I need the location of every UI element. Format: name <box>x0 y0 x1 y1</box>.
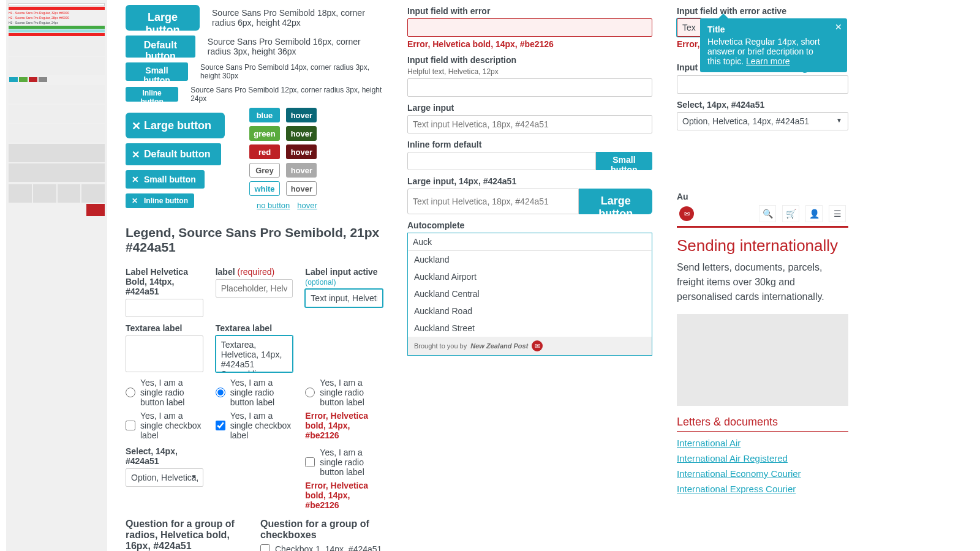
textarea-active[interactable]: Textarea, Helvetica, 14px, #424a51 Secon… <box>216 335 293 372</box>
large-submit-button[interactable]: Large button <box>579 189 652 214</box>
radio-group-question: Question for a group of radios, Helvetic… <box>126 519 248 551</box>
hover-link[interactable]: hover <box>297 201 317 210</box>
search-icon[interactable]: 🔍 <box>759 205 776 222</box>
brand-logo-icon[interactable]: ✉ <box>679 206 694 221</box>
tooltip-title-r: Title <box>707 24 829 34</box>
color-swatches: bluehover greenhover redhover Greyhover … <box>249 108 317 196</box>
hero-title: Sending internationally <box>677 236 848 255</box>
cart-icon[interactable]: 🛒 <box>782 205 799 222</box>
right-forms-column: Input field with error Error, Helvetica … <box>407 0 652 551</box>
error-input-r[interactable] <box>407 18 652 37</box>
tooltip-link-r[interactable]: Learn more <box>746 56 790 66</box>
close-large-button[interactable]: Large button <box>126 113 225 138</box>
large-input-label-r: Large input <box>407 103 652 113</box>
hero: Sending internationally Send letters, do… <box>677 236 848 304</box>
select-label: Select, 14px, #424a51 <box>126 446 203 466</box>
select-r[interactable]: Option, Helvetica, 14px, #424a51 <box>677 112 848 130</box>
select[interactable]: Option, Helvetica, 14px, #424a51 <box>126 468 203 487</box>
textarea-label: Textarea label <box>126 323 203 333</box>
large-button-desc: Source Sans Pro Semibold 18px, corner ra… <box>212 8 383 28</box>
textarea-label-2: Textarea label <box>216 323 293 333</box>
field-label: Label Helvetica Bold, 14tpx, #424a51 <box>126 267 203 296</box>
swatch-grey[interactable]: Grey <box>249 163 280 178</box>
inline-input[interactable] <box>407 152 596 170</box>
radio-single-error[interactable] <box>305 388 315 397</box>
desc-input-r[interactable] <box>407 78 652 97</box>
large-input-2-label: Large input, 14px, #424a51 <box>407 176 652 186</box>
check-opt-1[interactable] <box>260 544 270 551</box>
autocomplete-item[interactable]: Auckland Airport <box>408 268 652 285</box>
default-button-desc: Source Sans Pro Semibold 16px, corner ra… <box>208 37 383 56</box>
category-link[interactable]: International Express Courier <box>677 484 848 494</box>
select-label-r: Select, 14px, #424a51 <box>677 100 848 110</box>
swatch-red-hover[interactable]: hover <box>286 144 317 159</box>
swatch-white-hover[interactable]: hover <box>286 181 317 196</box>
help-input-r[interactable] <box>677 75 848 94</box>
radio-single-1[interactable] <box>126 388 135 397</box>
swatch-green-hover[interactable]: hover <box>286 126 317 141</box>
swatch-blue[interactable]: blue <box>249 108 280 122</box>
close-default-button[interactable]: Default button <box>126 143 221 165</box>
legend-heading: Legend, Source Sans Pro Semibold, 21px #… <box>126 225 383 255</box>
swatch-grey-hover[interactable]: hover <box>286 163 317 178</box>
autocomplete-item[interactable]: Auckland Road <box>408 302 652 320</box>
autocomplete-list: Auckland Auckland Airport Auckland Centr… <box>408 251 652 337</box>
error-active-label-r: Input field with error active <box>677 6 848 16</box>
inline-button[interactable]: Inline button <box>126 87 178 102</box>
large-input-r[interactable] <box>407 115 652 133</box>
error-msg-r: Error, Helvetica bold, 14px, #be2126 <box>407 39 652 49</box>
text-input-placeholder[interactable] <box>216 279 293 298</box>
text-input[interactable] <box>126 299 203 317</box>
checkbox-group-question: Question for a group of checkboxes <box>260 519 383 541</box>
radio-error-text: Error, Helvetica bold, 14px, #be2126 <box>305 411 383 440</box>
tooltip-close-icon-r[interactable]: ✕ <box>835 22 842 32</box>
swatch-red[interactable]: red <box>249 144 280 159</box>
large-button[interactable]: Large button <box>126 5 200 31</box>
swatch-green[interactable]: green <box>249 126 280 141</box>
small-button-desc: Source Sans Pro Semibold 14px, corner ra… <box>200 63 383 80</box>
autocomplete-item[interactable]: Auckland Central <box>408 285 652 302</box>
autocomplete: Auckland Auckland Airport Auckland Centr… <box>407 233 652 356</box>
no-button-link[interactable]: no button <box>257 201 290 210</box>
site-nav: ✉ 🔍 🛒 👤 ☰ <box>677 201 848 228</box>
autocomplete-item[interactable]: Auckland Street <box>408 320 652 337</box>
buttons-column: Large buttonSource Sans Pro Semibold 18p… <box>126 0 383 551</box>
small-button[interactable]: Small button <box>126 62 188 81</box>
user-icon[interactable]: 👤 <box>805 205 823 222</box>
nzpost-logo-icon: ✉ <box>532 340 543 351</box>
checkbox-single-1[interactable] <box>126 421 135 430</box>
text-input-active[interactable] <box>305 289 383 307</box>
category-link[interactable]: International Air Registered <box>677 453 848 463</box>
category-link[interactable]: International Air <box>677 438 848 448</box>
textarea[interactable] <box>126 335 203 372</box>
menu-icon[interactable]: ☰ <box>829 205 846 222</box>
error-input-label-r: Input field with error <box>407 6 652 16</box>
autocomplete-label: Autocomplete <box>407 220 652 230</box>
inline-submit-button[interactable]: Small button <box>596 152 652 170</box>
field-label-required: label (required) <box>216 267 293 277</box>
default-button[interactable]: Default button <box>126 36 195 58</box>
swatch-blue-hover[interactable]: hover <box>286 108 317 122</box>
large-input-2[interactable] <box>407 189 579 214</box>
close-small-button[interactable]: Small button <box>126 170 205 189</box>
far-right-column: Input field with error active ✕ Title He… <box>677 0 848 551</box>
hero-body: Send letters, documents, parcels, freigh… <box>677 260 848 304</box>
autocomplete-input[interactable] <box>408 233 652 251</box>
close-inline-button[interactable]: Inline button <box>126 193 194 208</box>
checkbox-single-2[interactable] <box>216 421 225 430</box>
desc-input-label-r: Input field with description <box>407 55 652 65</box>
error-input-active-r[interactable] <box>677 18 701 37</box>
field-label-active: Label input active (optional) <box>305 267 383 287</box>
swatch-white[interactable]: white <box>249 181 280 196</box>
tooltip-r: ✕ Title Helvetica Regular 14px, short an… <box>700 18 847 72</box>
inline-button-desc: Source Sans Pro Semibold 12px, corner ra… <box>190 86 383 103</box>
page-thumbnail: H1 - Source Sans Pro Regular, 32px ##000… <box>6 0 107 551</box>
autocomplete-footer: Brought to you by New Zealand Post ✉ <box>408 337 652 355</box>
checkbox-single-error[interactable] <box>305 457 315 467</box>
radio-single-2[interactable] <box>216 388 225 397</box>
autocomplete-item[interactable]: Auckland <box>408 251 652 268</box>
image-placeholder <box>677 314 848 406</box>
desc-help-r: Helpful text, Helvetica, 12px <box>407 67 652 76</box>
inline-form-label: Inline form default <box>407 140 652 149</box>
category-link[interactable]: International Economy Courier <box>677 468 848 479</box>
